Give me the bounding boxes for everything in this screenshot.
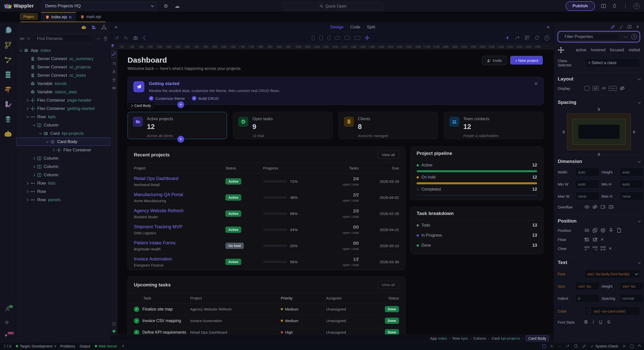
minh-input[interactable] (620, 180, 644, 188)
edit-tool-icon[interactable] (111, 51, 117, 58)
overflow-visible-icon[interactable] (584, 204, 589, 209)
theme-drop-icon[interactable] (612, 4, 617, 9)
cloud-sync-icon[interactable]: ☁ (175, 4, 180, 9)
line-height-input[interactable] (620, 282, 644, 290)
device-phone-large-icon[interactable] (328, 36, 330, 40)
wand-icon[interactable] (619, 25, 623, 29)
task-row[interactable]: ✓Finalize site map Agency Website Refres… (128, 303, 405, 315)
tree-item-row[interactable]: Row (16, 187, 110, 196)
panel-columns-icon[interactable] (627, 25, 632, 29)
tree-item-column-4[interactable]: Column (16, 171, 110, 179)
indent-input[interactable] (575, 294, 599, 302)
export-icon[interactable] (574, 344, 578, 348)
tree-item-column-2[interactable]: Column (16, 154, 110, 162)
mode-code[interactable]: Code (350, 25, 360, 30)
code-toggle-icon[interactable]: </> (20, 36, 24, 41)
display-none-icon[interactable] (620, 86, 625, 91)
task-check-icon[interactable]: ✓ (134, 330, 139, 335)
project-link[interactable]: Invoice Automation (134, 256, 225, 262)
display-inline-icon[interactable]: AB (602, 86, 606, 90)
device-laptop-icon[interactable] (335, 36, 340, 39)
letter-spacing-input[interactable] (620, 294, 644, 302)
tab-main-ejs[interactable]: main.ejs (76, 12, 106, 22)
section-position[interactable]: Position (558, 218, 577, 224)
fluid-size-icon[interactable] (365, 35, 370, 40)
tree-item-row-panels[interactable]: Rowpanels (16, 196, 110, 204)
chevron-down-icon[interactable] (26, 115, 29, 118)
project-row[interactable]: Patient Intake FormsBrightside Health On… (128, 238, 405, 254)
open-browser-icon[interactable] (515, 35, 520, 40)
tree-item-flex-page-header[interactable]: Flex Containerpage-header (16, 96, 110, 104)
breadcrumb-row[interactable]: Rowkpis (453, 336, 468, 340)
margin-bottom-value[interactable]: 0 (598, 152, 600, 156)
invite-button[interactable]: Invite (482, 56, 507, 65)
display-block-icon[interactable] (584, 86, 589, 91)
position-absolute-icon[interactable] (600, 228, 606, 233)
output-button[interactable]: Output (79, 344, 90, 348)
chevron-right-icon[interactable] (52, 149, 55, 151)
system-check-button[interactable]: ✓ System Check (591, 344, 618, 348)
chevron-down-icon[interactable] (20, 49, 22, 51)
display-flex-icon[interactable]: ▭▭ (609, 86, 617, 91)
device-phone-icon[interactable] (312, 36, 315, 40)
text-tool-icon[interactable] (112, 62, 116, 66)
state-active[interactable]: active (576, 48, 586, 52)
filter-properties-input[interactable] (561, 33, 621, 40)
clear-right-icon[interactable] (592, 246, 597, 251)
components-icon[interactable] (27, 36, 30, 41)
margin-left-value[interactable]: 0 (563, 130, 565, 134)
brush-icon[interactable] (582, 344, 586, 348)
edit-properties-icon[interactable] (611, 25, 615, 29)
box-model[interactable]: 0 0 0 0 0 0 0 0 (567, 114, 631, 150)
display-inline-block-icon[interactable]: AB (592, 86, 599, 91)
refresh-icon[interactable] (535, 35, 539, 40)
project-link[interactable]: Patient Intake Forms (134, 240, 225, 246)
project-row[interactable]: Invoice AutomationEvergreen Finance Acti… (128, 254, 405, 270)
position-static-icon[interactable] (584, 228, 589, 233)
breadcrumb-card[interactable]: Cardkpi-projects (492, 336, 520, 340)
tree-item-app-index[interactable]: Appindex (16, 46, 110, 55)
frame-icon[interactable] (542, 344, 546, 348)
project-row[interactable]: Shipment Tracking MVPOrbit Logistics Act… (128, 222, 405, 238)
section-spacing[interactable]: Spacing (558, 100, 576, 105)
add-element-button[interactable]: + (177, 136, 184, 143)
project-selector[interactable]: Demo Projects HQ (41, 2, 157, 10)
task-check-icon[interactable]: ✓ (134, 318, 139, 324)
state-hovered[interactable]: hovered (591, 48, 606, 52)
font-size-input[interactable] (575, 282, 599, 290)
state-focused[interactable]: focused (610, 48, 624, 52)
project-row[interactable]: Retail Ops DashboardNorthwind Retail Act… (128, 173, 405, 190)
italic-icon[interactable]: I (593, 320, 594, 325)
reload-icon[interactable]: ↻ (550, 344, 553, 348)
pro-heart-icon[interactable]: ♥PRO (5, 333, 11, 339)
mode-design[interactable]: Design (330, 25, 344, 30)
layers-icon[interactable] (4, 115, 12, 123)
accessibility-icon[interactable] (112, 78, 116, 82)
properties-help-icon[interactable]: ? (631, 34, 637, 39)
kebab-menu-icon[interactable]: ⋮ (623, 4, 627, 8)
tree-item-card-kpi-projects[interactable]: Cardkpi-projects (16, 129, 110, 138)
tree-item-sc-summary[interactable]: Server Connectsc_summary (16, 55, 110, 63)
kpi-card-open-tasks[interactable]: Open tasks913 total (233, 112, 332, 139)
problems-button[interactable]: Problems (60, 344, 75, 348)
font-family-select[interactable]: var(--bs-body-font-family) (584, 269, 640, 278)
chevron-right-icon[interactable] (26, 99, 28, 102)
kpi-card-active-projects[interactable]: Active projects12Across all clients (128, 112, 227, 139)
project-row[interactable]: Manufacturing QA PortalAcme Manufacturin… (128, 190, 405, 206)
task-row[interactable]: ✓Define KPI requirements Retail Ops Dash… (128, 327, 405, 334)
undo-icon[interactable]: ↺ (115, 35, 119, 41)
clear-none-icon[interactable]: ✕ (609, 246, 612, 251)
chevron-right-icon[interactable] (32, 173, 35, 176)
share-icon[interactable] (566, 344, 570, 348)
add-element-button[interactable]: + (177, 101, 184, 108)
tree-item-sc-projects[interactable]: Server Connectsc_projects (16, 63, 110, 71)
screenshot-icon[interactable] (133, 36, 138, 40)
bold-icon[interactable]: B (584, 320, 588, 325)
collapse-statusbar-icon[interactable] (638, 344, 641, 348)
project-link[interactable]: Shipment Tracking MVP (134, 224, 225, 230)
tree-item-variable-status-data[interactable]: Variablestatus_data (16, 88, 110, 96)
device-tablet-icon[interactable] (319, 36, 323, 40)
class-selector-input[interactable]: + Select a class (585, 58, 640, 67)
grid-helper-icon[interactable] (112, 322, 116, 326)
strikethrough-icon[interactable]: S (607, 320, 610, 325)
